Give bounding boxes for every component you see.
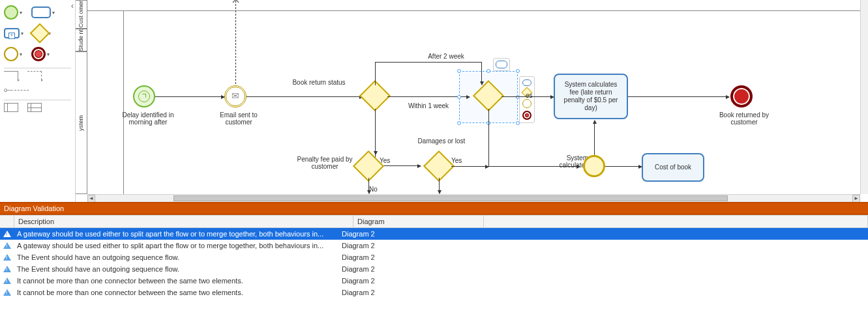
damages-label: Damages or lost	[412, 137, 471, 145]
validation-row[interactable]: The Event should have an outgoing sequen…	[0, 251, 868, 263]
validation-diagram: Diagram 2	[339, 252, 470, 263]
horizontal-scrollbar[interactable]: ◄ ►	[87, 194, 860, 202]
edge[interactable]	[628, 96, 729, 97]
palette-lane[interactable]	[27, 103, 42, 112]
scroll-left-button[interactable]: ◄	[87, 195, 95, 202]
validation-desc: The Event should have an outgoing sequen…	[14, 264, 339, 274]
edge[interactable]	[488, 109, 489, 166]
validation-desc: The Event should have an outgoing sequen…	[14, 252, 339, 263]
edge[interactable]	[155, 96, 224, 97]
validation-desc: A gateway should be used either to split…	[14, 240, 339, 251]
warning-icon	[3, 242, 11, 249]
palette-gateway[interactable]: ▾	[33, 26, 51, 40]
edge[interactable]	[451, 166, 488, 167]
yes1-label: Yes	[380, 157, 390, 164]
scroll-thumb[interactable]	[173, 195, 728, 201]
lane-system[interactable]: ystem	[76, 51, 87, 194]
edge-label-es: es	[526, 92, 533, 99]
edge[interactable]	[439, 178, 440, 193]
syscalc-label: System calculates	[536, 154, 588, 169]
col-icon[interactable]	[0, 216, 14, 227]
ctx-task-icon[interactable]	[522, 79, 531, 86]
edge[interactable]	[594, 121, 595, 155]
task-calc-fee[interactable]: System calculates fee (late return penal…	[554, 74, 628, 119]
diagram-canvas[interactable]: Cust omer Stude nt ystem Delay identifie…	[76, 0, 868, 202]
context-shape-palette[interactable]	[519, 76, 535, 123]
palette-message-flow[interactable]	[27, 71, 42, 80]
validation-row[interactable]: It cannot be more than one connector bet…	[0, 287, 868, 298]
after2w-label: After 2 week	[420, 53, 472, 60]
ctx-end-icon[interactable]	[522, 111, 531, 120]
start-event-timer[interactable]	[133, 85, 155, 107]
validation-row[interactable]: A gateway should be used either to split…	[0, 228, 868, 240]
lane-student[interactable]: Stude nt	[76, 29, 87, 52]
validation-row[interactable]: The Event should have an outgoing sequen…	[0, 263, 868, 275]
palette-intermediate-event[interactable]: ▾	[4, 47, 22, 61]
end-event[interactable]	[730, 85, 753, 107]
warning-icon	[3, 277, 11, 284]
edge[interactable]	[247, 96, 363, 97]
validation-row[interactable]: A gateway should be used either to split…	[0, 240, 868, 251]
ctx-intermediate-icon[interactable]	[522, 99, 531, 108]
palette-end-event[interactable]: ▾	[31, 47, 50, 61]
message-flow[interactable]	[235, 1, 236, 84]
validation-diagram: Diagram 2	[339, 240, 470, 251]
validation-panel-title: Diagram Validation	[0, 202, 868, 215]
context-quick-task[interactable]	[493, 58, 510, 71]
palette-start-event[interactable]: ▾	[4, 5, 22, 20]
col-description[interactable]: Description	[14, 216, 353, 227]
palette-association[interactable]: o—	[4, 87, 29, 93]
task-cost-of-book[interactable]: Cost of book	[642, 153, 704, 182]
yes2-label: Yes	[451, 157, 462, 164]
event-gateway[interactable]	[583, 155, 605, 177]
edge[interactable]	[375, 62, 481, 63]
warning-icon	[3, 231, 11, 237]
penalty-label: Penalty fee paid by customer	[293, 156, 356, 170]
palette-sequence-flow[interactable]	[4, 71, 18, 80]
email-label: Email sent to customer	[213, 111, 265, 126]
col-diagram[interactable]: Diagram	[353, 216, 484, 227]
status-label: Book return status	[290, 79, 348, 86]
palette-collapse[interactable]: ‹	[71, 1, 74, 10]
validation-desc: It cannot be more than one connector bet…	[14, 276, 339, 286]
validation-grid: Description Diagram A gateway should be …	[0, 215, 868, 327]
validation-diagram: Diagram 2	[339, 276, 470, 286]
edge[interactable]	[368, 178, 369, 193]
scroll-right-button[interactable]: ►	[852, 195, 860, 202]
validation-diagram: Diagram 2	[339, 264, 470, 274]
validation-desc: A gateway should be used either to split…	[14, 229, 339, 239]
validation-desc: It cannot be more than one connector bet…	[14, 287, 339, 298]
palette-subprocess[interactable]: ▾	[4, 28, 23, 38]
vertical-scrollbar[interactable]	[860, 0, 868, 194]
shape-palette: ‹ ▾ ▾ ▾ ▾ ▾ ▾	[0, 0, 76, 202]
end-label: Book returned by customer	[715, 111, 773, 126]
edge[interactable]	[605, 166, 642, 167]
edge[interactable]	[375, 62, 376, 85]
lane-customer[interactable]: Cust omer	[76, 0, 87, 29]
palette-task[interactable]: ▾	[31, 7, 55, 18]
validation-diagram: Diagram 2	[339, 287, 470, 298]
gateway-penalty[interactable]	[353, 150, 384, 182]
within1w-label: Within 1 week	[400, 102, 456, 109]
start-event-label: Delay identified in morning after	[119, 111, 177, 126]
gateway-damages[interactable]	[423, 150, 455, 182]
warning-icon	[3, 289, 11, 296]
intermediate-message-event[interactable]	[224, 85, 247, 107]
palette-pool[interactable]	[4, 103, 18, 112]
warning-icon	[3, 266, 11, 272]
validation-diagram: Diagram 2	[339, 229, 470, 239]
validation-row[interactable]: It cannot be more than one connector bet…	[0, 275, 868, 287]
warning-icon	[3, 254, 11, 261]
edge[interactable]	[501, 96, 554, 97]
lane-headers: Cust omer Stude nt ystem	[76, 0, 87, 194]
edge[interactable]	[375, 109, 376, 154]
